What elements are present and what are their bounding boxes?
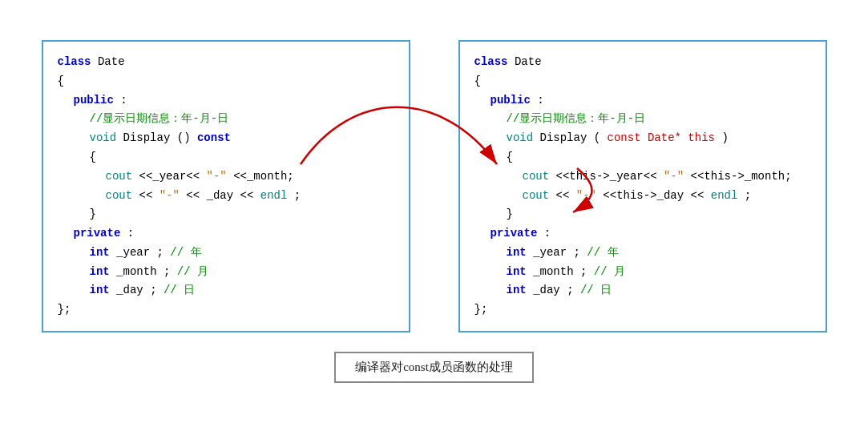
code-line: private : bbox=[491, 224, 811, 244]
comment: // 月 bbox=[594, 265, 625, 278]
code-text: { bbox=[58, 75, 64, 87]
code-line: void Display ( const Date* this ) bbox=[507, 129, 811, 148]
keyword: int bbox=[90, 265, 110, 278]
left-code-box: class Date { public : //显示日期信息：年-月-日 voi… bbox=[42, 40, 410, 332]
keyword: class bbox=[474, 55, 508, 68]
keyword-red: const Date* this bbox=[608, 131, 715, 144]
code-text: <<this->_year<< bbox=[556, 170, 657, 183]
code-text: ; bbox=[745, 189, 751, 202]
code-line: cout << "-" <<this->_day << endl ; bbox=[523, 187, 811, 206]
string-literal: "-" bbox=[159, 189, 180, 202]
code-line: cout <<this->_year<< "-" <<this->_month; bbox=[523, 167, 811, 187]
keyword: cout bbox=[106, 189, 133, 202]
keyword: void bbox=[90, 131, 117, 144]
code-line: cout << "-" << _day << endl ; bbox=[106, 187, 394, 206]
code-text: << bbox=[139, 189, 159, 202]
caption-box: 编译器对const成员函数的处理 bbox=[334, 352, 534, 383]
keyword: int bbox=[90, 284, 110, 296]
code-line: }; bbox=[474, 300, 811, 320]
keyword: private bbox=[491, 227, 538, 240]
comment: // 年 bbox=[587, 246, 618, 259]
keyword: endl bbox=[260, 189, 288, 202]
keyword: void bbox=[507, 131, 534, 144]
code-text: << _day << bbox=[186, 189, 253, 202]
code-text: ; bbox=[294, 189, 301, 202]
code-text: _day ; bbox=[116, 284, 164, 296]
code-line: } bbox=[507, 205, 811, 224]
code-text: { bbox=[90, 151, 96, 163]
keyword: endl bbox=[711, 189, 738, 202]
code-text: }; bbox=[58, 303, 71, 316]
code-text: Display ( bbox=[540, 131, 601, 144]
code-line: int _day ; // 日 bbox=[90, 281, 394, 300]
string-literal: "-" bbox=[576, 189, 596, 202]
code-line: int _year ; // 年 bbox=[90, 244, 394, 263]
comment: // 年 bbox=[170, 246, 201, 259]
comment: //显示日期信息：年-月-日 bbox=[90, 112, 229, 125]
keyword: int bbox=[507, 246, 527, 259]
code-line: int _month ; // 月 bbox=[90, 263, 394, 282]
code-line: void Display () const bbox=[90, 129, 394, 148]
code-line: //显示日期信息：年-月-日 bbox=[90, 110, 394, 129]
code-text: <<_month; bbox=[233, 170, 294, 183]
code-text: }; bbox=[474, 303, 488, 316]
code-line: int _day ; // 日 bbox=[507, 281, 811, 300]
code-text: Date bbox=[98, 55, 125, 68]
keyword: const bbox=[197, 131, 231, 144]
code-line: { bbox=[474, 72, 811, 91]
code-text: _year ; bbox=[533, 246, 587, 259]
keyword: private bbox=[74, 227, 121, 240]
keyword: public bbox=[74, 94, 114, 107]
code-line: private : bbox=[74, 224, 394, 244]
panels-wrapper: class Date { public : //显示日期信息：年-月-日 voi… bbox=[16, 40, 852, 332]
keyword: cout bbox=[523, 189, 550, 202]
code-text: _month ; bbox=[116, 265, 177, 278]
code-text: Display () bbox=[123, 131, 197, 144]
keyword: int bbox=[507, 284, 527, 296]
code-text: << bbox=[556, 189, 570, 202]
code-text: <<_year<< bbox=[139, 170, 207, 183]
code-text: { bbox=[474, 75, 481, 87]
code-text: ) bbox=[721, 131, 728, 144]
code-line: public : bbox=[491, 91, 811, 111]
code-line: class Date bbox=[58, 53, 394, 72]
code-line: { bbox=[58, 72, 394, 91]
code-text: Date bbox=[515, 55, 542, 68]
comment: // 日 bbox=[164, 284, 195, 296]
right-code-box: class Date { public : //显示日期信息：年-月-日 voi… bbox=[458, 40, 827, 332]
code-text: } bbox=[507, 207, 513, 220]
code-line: //显示日期信息：年-月-日 bbox=[507, 110, 811, 129]
code-text: : bbox=[120, 94, 127, 107]
caption-text: 编译器对const成员函数的处理 bbox=[355, 361, 513, 373]
string-literal: "-" bbox=[207, 170, 227, 183]
keyword: cout bbox=[523, 170, 550, 183]
keyword: int bbox=[507, 265, 527, 278]
keyword: public bbox=[491, 94, 531, 107]
code-text: <<this->_month; bbox=[691, 170, 792, 183]
code-line: int _month ; // 月 bbox=[507, 263, 811, 282]
code-text: _day ; bbox=[533, 284, 580, 296]
code-text: : bbox=[127, 227, 134, 240]
keyword: class bbox=[58, 55, 91, 68]
code-line: cout <<_year<< "-" <<_month; bbox=[106, 167, 394, 187]
code-text: _year ; bbox=[116, 246, 170, 259]
main-container: class Date { public : //显示日期信息：年-月-日 voi… bbox=[16, 40, 852, 383]
code-text: : bbox=[544, 227, 551, 240]
code-line: { bbox=[507, 148, 811, 167]
code-text: } bbox=[90, 207, 96, 220]
string-literal: "-" bbox=[664, 170, 684, 183]
code-text: <<this->_day << bbox=[603, 189, 704, 202]
comment: //显示日期信息：年-月-日 bbox=[507, 112, 646, 125]
code-text: : bbox=[537, 94, 543, 107]
code-text: _month ; bbox=[533, 265, 594, 278]
keyword: int bbox=[90, 246, 110, 259]
code-line: int _year ; // 年 bbox=[507, 244, 811, 263]
keyword: cout bbox=[106, 170, 133, 183]
code-line: } bbox=[90, 205, 394, 224]
code-text: { bbox=[507, 151, 513, 163]
code-line: { bbox=[90, 148, 394, 167]
comment: // 月 bbox=[177, 265, 208, 278]
code-line: }; bbox=[58, 300, 394, 320]
code-line: class Date bbox=[474, 53, 811, 72]
code-line: public : bbox=[74, 91, 394, 111]
